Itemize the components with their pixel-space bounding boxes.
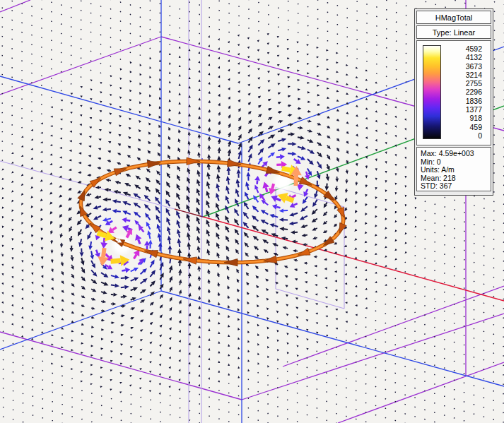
field-arrow-heads (50, 99, 358, 327)
vortex-arrow-shaft (276, 207, 280, 208)
vortex-arrow-shaft (262, 197, 264, 201)
vortex-arrow-head (98, 256, 108, 266)
legend-scale-value: 4132 (441, 53, 482, 61)
vortex-arrow-shaft (286, 198, 293, 201)
viewport-3d[interactable]: HMagTotal Type: Linear 45924132367332142… (0, 0, 504, 423)
vortex-arrow-shaft (257, 181, 258, 184)
vortex-arrow-head (100, 242, 107, 249)
vortex-arrow-shaft (294, 203, 298, 205)
vortex-arrow-shaft (116, 239, 119, 241)
vortex-arrow-shaft (294, 159, 298, 161)
vortex-arrow-shaft (292, 195, 296, 197)
vortex-arrow-shaft (266, 188, 267, 193)
loop-direction-cone (224, 259, 238, 266)
legend-scale-value: 0 (441, 131, 482, 140)
vortex-arrow-shaft (111, 261, 121, 261)
legend-scale-value: 459 (441, 123, 482, 131)
x-axis-red (203, 217, 504, 301)
loop-direction-cone (298, 248, 310, 255)
vortex-arrow-shaft (103, 248, 105, 257)
vortex-arrow-shaft (139, 239, 140, 244)
vortex-arrow-head (254, 176, 260, 181)
vortex-arrow-head (280, 154, 285, 160)
loop-direction-cone (114, 169, 127, 176)
legend-stat-line: Max: 4.59e+003 (421, 150, 489, 158)
legend-scale-value: 2296 (441, 88, 482, 96)
vortex-arrow-head (122, 218, 127, 223)
colorbar-gradient (423, 45, 441, 139)
loop-direction-cone (266, 166, 279, 173)
vortex-arrow-shaft (272, 184, 274, 189)
legend-scale-value: 918 (441, 114, 482, 122)
legend-stats: Max: 4.59e+003Min: 0Units: A/mMean: 218S… (416, 147, 491, 191)
legend-type-label: Type: Linear (416, 25, 491, 39)
vortex-arrow-shaft (96, 250, 98, 254)
vortex-arrow-head (272, 204, 277, 210)
legend-scale-value: 1377 (441, 105, 482, 114)
vortex-arrow-shaft (306, 189, 307, 193)
vortex-arrow-head (262, 182, 269, 189)
vortex-arrow-shaft (306, 172, 307, 175)
vortex-arrow-shaft (134, 255, 136, 259)
vortex-arrow-shaft (122, 270, 125, 271)
legend-scale-value: 3214 (441, 71, 482, 79)
legend-title: HMagTotal (416, 11, 491, 24)
vortex-arrow-shaft (112, 227, 117, 230)
field-legend-panel[interactable]: HMagTotal Type: Linear 45924132367332142… (414, 8, 493, 196)
vortex-arrow-shaft (141, 229, 143, 232)
colorbar-tick-labels: 459241323673321427552296183613779184590 (441, 44, 491, 140)
legend-colorbar: 459241323673321427552296183613779184590 (416, 40, 491, 145)
vortex-arrow-shaft (98, 233, 106, 236)
legend-scale-value: 2755 (441, 79, 482, 88)
vortex-arrow-shaft (105, 254, 109, 258)
vortex-arrow-shaft (282, 168, 291, 170)
legend-stat-line: STD: 367 (421, 182, 489, 191)
vortex-arrow-shaft (276, 157, 280, 157)
vortex-arrow-shaft (110, 221, 113, 223)
legend-scale-value: 4592 (441, 44, 482, 53)
vortex-arrow-shaft (296, 175, 297, 186)
vortex-arrow-shaft (104, 238, 105, 243)
vortex-arrow-head (125, 268, 130, 273)
field-arrow-heads (102, 152, 283, 271)
loop-direction-cone (299, 177, 312, 186)
vortex-arrow-shaft (279, 180, 282, 181)
vortex-arrow-shaft (127, 220, 130, 221)
legend-scale-value: 1836 (441, 97, 482, 105)
vortex-arrow-shaft (276, 198, 281, 201)
legend-scale-value: 3673 (441, 62, 482, 71)
